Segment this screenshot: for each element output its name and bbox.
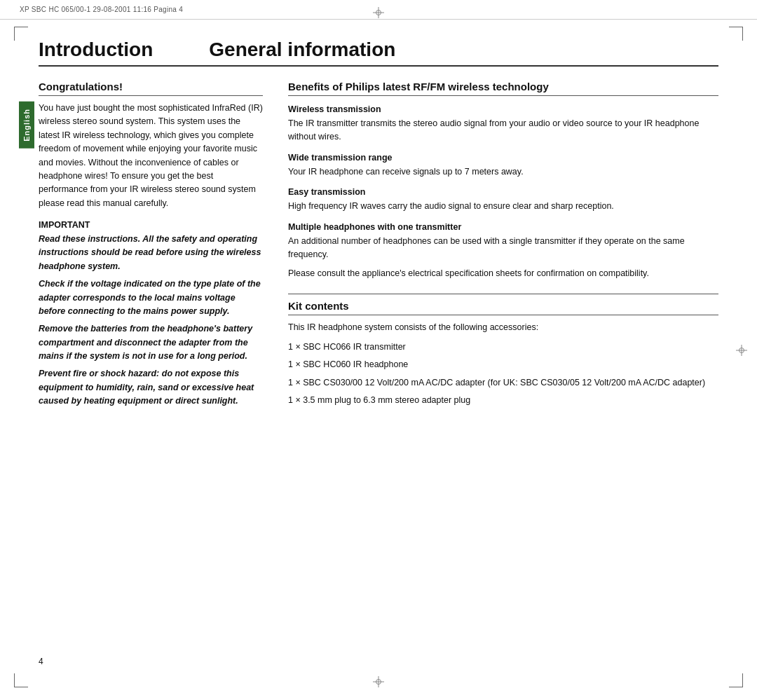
page-wrapper: XP SBC HC 065/00-1 29-08-2001 11:16 Pagi… xyxy=(0,0,757,700)
crosshair-top xyxy=(373,7,384,18)
page-titles: Introduction General information xyxy=(39,39,718,67)
corner-mark-br xyxy=(729,673,743,687)
language-tab: English xyxy=(19,102,34,149)
multiple-headphones-text: An additional number of headphones can b… xyxy=(288,235,718,262)
kit-contents-heading: Kit contents xyxy=(288,300,718,315)
important-text-2: Check if the voltage indicated on the ty… xyxy=(39,277,263,318)
crosshair-bottom xyxy=(373,676,384,687)
compatibility-text: Please consult the appliance's electrica… xyxy=(288,267,718,280)
easy-transmission-subheading: Easy transmission xyxy=(288,187,718,197)
important-text-3: Remove the batteries from the headphone'… xyxy=(39,322,263,363)
corner-mark-tl xyxy=(14,27,28,41)
header-text: XP SBC HC 065/00-1 29-08-2001 11:16 Pagi… xyxy=(20,6,183,13)
wide-range-subheading: Wide transmission range xyxy=(288,153,718,163)
columns: Congratulations! You have just bought th… xyxy=(39,81,718,413)
benefits-heading: Benefits of Philips latest RF/FM wireles… xyxy=(288,81,718,96)
wide-range-text: Your IR headphone can receive signals up… xyxy=(288,165,718,179)
multiple-headphones-subheading: Multiple headphones with one transmitter xyxy=(288,222,718,232)
corner-mark-bl xyxy=(14,673,28,687)
right-column: Benefits of Philips latest RF/FM wireles… xyxy=(288,81,718,413)
easy-transmission-text: High frequency IR waves carry the audio … xyxy=(288,200,718,213)
title-introduction: Introduction xyxy=(39,39,153,61)
congratulations-heading: Congratulations! xyxy=(39,81,263,96)
left-column: Congratulations! You have just bought th… xyxy=(39,81,263,413)
page-number: 4 xyxy=(39,657,43,666)
kit-list-item: 1 × SBC HC060 IR headphone xyxy=(288,357,718,372)
kit-list: 1 × SBC HC066 IR transmitter1 × SBC HC06… xyxy=(288,340,718,408)
important-text-1: Read these instructions. All the safety … xyxy=(39,233,263,273)
kit-intro: This IR headphone system consists of the… xyxy=(288,321,718,334)
main-content: English Introduction General information… xyxy=(39,39,718,672)
important-text-4: Prevent fire or shock hazard: do not exp… xyxy=(39,367,263,408)
wireless-transmission-text: The IR transmitter transmits the stereo … xyxy=(288,117,718,144)
corner-mark-tr xyxy=(729,27,743,41)
important-label: IMPORTANT xyxy=(39,220,263,230)
kit-section: Kit contents This IR headphone system co… xyxy=(288,294,718,408)
intro-paragraph: You have just bought the most sophistica… xyxy=(39,102,263,210)
kit-list-item: 1 × SBC HC066 IR transmitter xyxy=(288,340,718,355)
kit-list-item: 1 × 3.5 mm plug to 6.3 mm stereo adapter… xyxy=(288,393,718,408)
wireless-transmission-subheading: Wireless transmission xyxy=(288,104,718,114)
crosshair-right xyxy=(736,345,747,356)
title-general-info: General information xyxy=(209,39,395,61)
kit-list-item: 1 × SBC CS030/00 12 Volt/200 mA AC/DC ad… xyxy=(288,376,718,390)
